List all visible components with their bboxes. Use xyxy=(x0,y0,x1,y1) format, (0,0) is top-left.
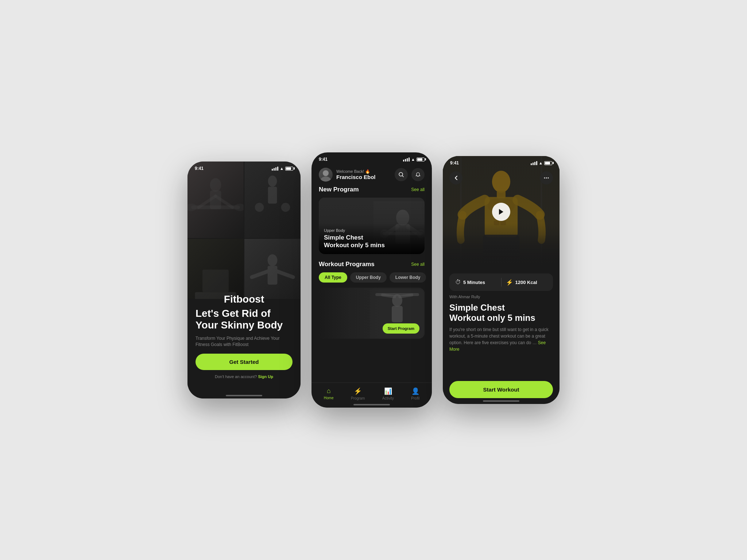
featured-card[interactable]: Upper Body Simple ChestWorkout only 5 mi… xyxy=(319,198,425,254)
svg-point-0 xyxy=(210,178,221,192)
svg-line-36 xyxy=(383,295,395,297)
home-scroll[interactable]: Welcome Back! 🔥 Francisco Ebol xyxy=(311,152,432,408)
svg-point-54 xyxy=(544,178,545,179)
header-actions xyxy=(395,168,425,181)
phone-detail: 9:41 ▲ xyxy=(443,156,560,404)
svg-point-17 xyxy=(323,170,329,176)
detail-hero-actions xyxy=(443,171,560,184)
time-3: 9:41 xyxy=(450,160,459,166)
duration-value: 5 Minutes xyxy=(463,280,485,285)
user-avatar xyxy=(319,168,333,182)
workout-programs-see-all[interactable]: See all xyxy=(411,262,425,267)
status-icons-2: ▲ xyxy=(403,157,425,162)
nav-home-label: Home xyxy=(324,396,334,400)
svg-point-5 xyxy=(187,203,197,211)
home-icon: ⌂ xyxy=(327,387,331,395)
status-bar-3: 9:41 ▲ xyxy=(443,156,560,168)
featured-overlay: Upper Body Simple ChestWorkout only 5 mi… xyxy=(319,223,425,254)
svg-point-10 xyxy=(281,203,290,212)
home-indicator-2 xyxy=(353,404,390,405)
start-program-button[interactable]: Start Program xyxy=(383,323,419,334)
signup-text: Don't have an account? Sign Up xyxy=(196,374,293,379)
timer-icon: ⏱ xyxy=(455,279,461,285)
nav-activity[interactable]: 📊 Activity xyxy=(382,387,394,400)
detail-description: If you're short on time but still want t… xyxy=(449,326,553,353)
wifi-icon-2: ▲ xyxy=(411,157,415,162)
time-1: 9:41 xyxy=(195,166,204,171)
phone-home: 9:41 ▲ xyxy=(311,152,432,408)
svg-rect-12 xyxy=(202,270,229,292)
back-button[interactable] xyxy=(449,171,462,184)
status-bar-2: 9:41 ▲ xyxy=(311,152,432,164)
nav-profile[interactable]: 👤 Profil xyxy=(411,387,419,400)
detail-title: Simple ChestWorkout only 5 mins xyxy=(449,303,553,323)
filter-lower-body[interactable]: Lower Body xyxy=(390,272,426,283)
home-indicator-3 xyxy=(483,400,519,402)
svg-rect-4 xyxy=(191,206,240,209)
trainer-name: With Ahmar Rully xyxy=(449,295,553,299)
signup-link[interactable]: Sign Up xyxy=(258,374,273,379)
app-name: Fitboost xyxy=(224,293,264,305)
detail-content: ⏱ 5 Minutes ⚡ 1200 Kcal With Ahmar Rully… xyxy=(443,156,560,404)
svg-rect-8 xyxy=(268,187,277,203)
svg-point-55 xyxy=(546,178,547,179)
detail-hero-overlay xyxy=(443,223,560,268)
phones-container: 9:41 ▲ xyxy=(187,152,560,408)
signal-3 xyxy=(275,167,276,171)
battery-icon xyxy=(285,167,293,171)
start-workout-button[interactable]: Start Workout xyxy=(449,381,553,398)
battery-icon-3 xyxy=(544,161,552,165)
user-text: Welcome Back! 🔥 Francisco Ebol xyxy=(336,169,376,180)
detail-body: ⏱ 5 Minutes ⚡ 1200 Kcal With Ahmar Rully… xyxy=(443,268,560,404)
nav-program[interactable]: ⚡ Program xyxy=(351,387,365,400)
get-started-button[interactable]: Get Started xyxy=(196,354,293,370)
signal-1 xyxy=(272,169,273,171)
time-2: 9:41 xyxy=(319,157,328,162)
featured-title: Simple ChestWorkout only 5 mins xyxy=(324,234,419,249)
home-indicator-1 xyxy=(226,395,262,396)
new-program-header: New Program See all xyxy=(311,186,432,193)
battery-icon-2 xyxy=(417,158,425,162)
activity-icon: 📊 xyxy=(384,387,392,395)
user-info: Welcome Back! 🔥 Francisco Ebol xyxy=(319,168,376,182)
svg-point-6 xyxy=(234,203,244,211)
nav-program-label: Program xyxy=(351,396,365,400)
splash-subtitle: Transform Your Physique and Achieve Your… xyxy=(196,335,293,348)
program-card[interactable]: Back Muscle 7 days workout to Strengthen… xyxy=(319,288,425,339)
svg-point-18 xyxy=(321,176,331,182)
signal-4 xyxy=(277,167,278,171)
nav-home[interactable]: ⌂ Home xyxy=(324,387,334,400)
svg-rect-38 xyxy=(319,288,381,339)
welcome-text: Welcome Back! 🔥 xyxy=(336,169,376,174)
detail-hero xyxy=(443,156,560,268)
filter-pills: All Type Upper Body Lower Body xyxy=(311,272,432,283)
calories-value: 1200 Kcal xyxy=(515,280,537,285)
energy-icon: ⚡ xyxy=(506,279,513,286)
program-icon: ⚡ xyxy=(354,387,362,395)
workout-programs-header: Workout Programs See all xyxy=(311,261,432,268)
notification-button[interactable] xyxy=(411,168,425,181)
filter-all-type[interactable]: All Type xyxy=(319,272,347,283)
play-button[interactable] xyxy=(492,203,510,221)
nav-profile-label: Profil xyxy=(411,396,419,400)
duration-stat: ⏱ 5 Minutes xyxy=(455,279,497,285)
svg-point-13 xyxy=(268,254,278,267)
svg-point-7 xyxy=(268,175,277,187)
svg-line-20 xyxy=(402,176,403,177)
svg-rect-35 xyxy=(392,306,403,322)
splash-title: Let's Get Rid ofYour Skinny Body xyxy=(196,308,293,331)
phone-splash: 9:41 ▲ xyxy=(187,162,301,398)
filter-upper-body[interactable]: Upper Body xyxy=(350,272,387,283)
profile-icon: 👤 xyxy=(411,387,419,395)
svg-point-56 xyxy=(548,178,549,179)
status-icons-1: ▲ xyxy=(272,166,293,171)
status-bar-1: 9:41 ▲ xyxy=(187,162,301,173)
splash-bottom: Let's Get Rid ofYour Skinny Body Transfo… xyxy=(187,299,301,398)
more-options-button[interactable] xyxy=(540,171,553,184)
new-program-see-all[interactable]: See all xyxy=(411,187,425,192)
workout-programs-title: Workout Programs xyxy=(319,261,375,268)
signal-2 xyxy=(274,168,275,171)
search-button[interactable] xyxy=(395,168,408,181)
nav-activity-label: Activity xyxy=(382,396,394,400)
wifi-icon: ▲ xyxy=(280,166,284,171)
